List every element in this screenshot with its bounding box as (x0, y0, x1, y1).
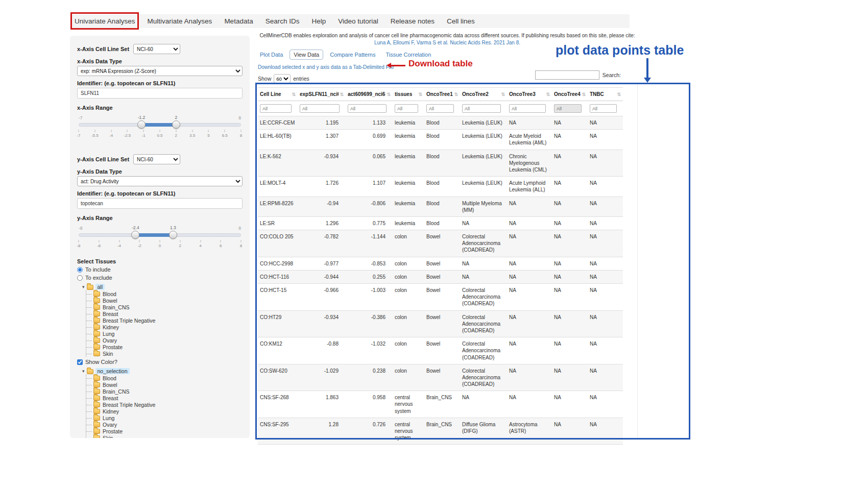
table-row[interactable]: LE:SR1.2960.775leukemiaBloodNANANANA (258, 216, 623, 230)
slider-handle-low[interactable] (137, 120, 146, 129)
sort-icon[interactable]: ⇅ (617, 92, 621, 97)
tissue-include-option[interactable]: To include (77, 266, 243, 273)
table-row[interactable]: CNS:SF-2681.8630.958central nervous syst… (258, 391, 623, 418)
tree-item-prostate[interactable]: Prostate (86, 344, 243, 350)
tree-root[interactable]: ▾no_selection (82, 368, 243, 375)
show-color-checkbox[interactable] (77, 359, 83, 365)
column-header-tnbc[interactable]: TNBC⇅ (588, 88, 623, 101)
sort-icon[interactable]: ⇅ (582, 92, 586, 97)
column-header-tissues[interactable]: tissues⇅ (393, 88, 424, 101)
sort-icon[interactable]: ⇅ (501, 92, 505, 97)
table-row[interactable]: LE:K-562-0.9340.065leukemiaBloodLeukemia… (258, 150, 623, 177)
include-radio[interactable] (77, 267, 83, 273)
nav-item-help[interactable]: Help (311, 17, 326, 25)
x-range-slider[interactable]: -78-1.22-7-5.5-4-2.5-10.523.556.58 (79, 115, 241, 141)
tree-item-brain-cns[interactable]: Brain_CNS (86, 388, 243, 395)
y-identifier-input[interactable] (77, 198, 243, 209)
tree-item-breast[interactable]: Breast (86, 310, 243, 317)
y-range-slider[interactable]: -88-2.41.3-8-6-4-202468 (79, 226, 241, 251)
x-cell-line-set-select[interactable]: NCI-60 (133, 44, 180, 54)
column-filter-input-oncotree3[interactable] (509, 104, 546, 113)
column-filter-input-tnbc[interactable] (590, 104, 617, 113)
table-row[interactable]: CO:HCC-2998-0.977-0.853colonBowelNANANAN… (258, 257, 623, 270)
column-header-oncotree1[interactable]: OncoTree1⇅ (424, 88, 460, 101)
nav-item-univariate-analyses[interactable]: Univariate Analyses (75, 17, 135, 25)
table-row[interactable]: CNS:SF-2951.280.726central nervous syste… (258, 418, 623, 445)
column-filter-input-expslfn11-nci60[interactable] (300, 104, 340, 113)
y-cell-line-set-select[interactable]: NCI-60 (133, 154, 180, 164)
sort-icon[interactable]: ⇅ (387, 92, 391, 97)
sort-icon[interactable]: ⇅ (454, 92, 458, 97)
tree-item-skin[interactable]: Skin (86, 350, 243, 357)
nav-item-cell-lines[interactable]: Cell lines (447, 17, 475, 25)
column-header-act609699-nci60[interactable]: act609699_nci60⇅ (346, 88, 393, 101)
tree-item-bowel[interactable]: Bowel (86, 381, 243, 388)
column-filter-input-tissues[interactable] (395, 104, 418, 113)
table-row[interactable]: LE:HL-60(TB)1.3070.699leukemiaBloodLeuke… (258, 130, 623, 150)
nav-item-search-ids[interactable]: Search IDs (266, 17, 300, 25)
tree-item-kidney[interactable]: Kidney (86, 408, 243, 414)
slider-handle-low[interactable] (131, 231, 139, 239)
tree-item-breast[interactable]: Breast (86, 395, 243, 401)
column-header-oncotree4[interactable]: OncoTree4⇅ (552, 88, 588, 101)
tree-item-blood[interactable]: Blood (86, 290, 243, 297)
column-filter-input-oncotree4[interactable] (554, 104, 582, 113)
tree-root[interactable]: ▾all (82, 283, 243, 290)
sort-icon[interactable]: ⇅ (292, 92, 296, 97)
download-tsv-link[interactable]: Download selected x and y axis data as a… (258, 64, 394, 70)
tissue-exclude-option[interactable]: To exclude (77, 275, 243, 281)
tree-item-lung[interactable]: Lung (86, 414, 243, 421)
tree-item-brain-cns[interactable]: Brain_CNS (86, 304, 243, 310)
sort-icon[interactable]: ⇅ (418, 92, 422, 97)
table-row[interactable]: CO:HCT-116-0.9440.255colonBowelNANANANA (258, 270, 623, 283)
column-filter-input-oncotree2[interactable] (462, 104, 501, 113)
x-identifier-input[interactable] (77, 88, 243, 99)
table-row[interactable]: LE:MOLT-41.7261.107leukemiaBloodLeukemia… (258, 177, 623, 197)
sort-icon[interactable]: ⇅ (546, 92, 550, 97)
nav-item-video-tutorial[interactable]: Video tutorial (338, 17, 378, 25)
nav-item-multivariate-analyses[interactable]: Multivariate Analyses (148, 17, 212, 25)
table-row[interactable]: CO:HT29-0.934-0.386colonBowelColorectal … (258, 310, 623, 337)
exclude-radio[interactable] (77, 275, 83, 281)
tab-plot-data[interactable]: Plot Data (256, 50, 286, 59)
tree-item-ovary[interactable]: Ovary (86, 421, 243, 428)
tree-item-ovary[interactable]: Ovary (86, 337, 243, 344)
nav-item-release-notes[interactable]: Release notes (391, 17, 435, 25)
tree-item-breast-triple-negative[interactable]: Breast Triple Negative (86, 401, 243, 408)
column-filter-input-act609699-nci60[interactable] (348, 104, 387, 113)
collapse-arrow-icon[interactable]: ▾ (82, 284, 85, 289)
column-header-oncotree2[interactable]: OncoTree2⇅ (460, 88, 507, 101)
tab-compare-patterns[interactable]: Compare Patterns (326, 50, 379, 59)
tree-item-blood[interactable]: Blood (86, 375, 243, 381)
table-row[interactable]: LE:CCRF-CEM1.1951.133leukemiaBloodLeukem… (258, 116, 623, 130)
tree-item-prostate[interactable]: Prostate (86, 428, 243, 434)
tree-root-label[interactable]: no_selection (95, 368, 130, 374)
table-row[interactable]: LE:RPMI-8226-0.94-0.806leukemiaBloodMult… (258, 197, 623, 216)
tree-item-kidney[interactable]: Kidney (86, 324, 243, 330)
tab-view-data[interactable]: View Data (290, 50, 323, 60)
entries-select[interactable]: 60 (274, 74, 291, 83)
table-row[interactable]: CO:HCT-15-0.966-1.003colonBowelColorecta… (258, 284, 623, 311)
y-data-type-select[interactable]: act: Drug Activity (77, 176, 243, 186)
tree-item-lung[interactable]: Lung (86, 330, 243, 337)
tree-item-breast-triple-negative[interactable]: Breast Triple Negative (86, 317, 243, 324)
tree-item-bowel[interactable]: Bowel (86, 297, 243, 304)
slider-handle-high[interactable] (169, 231, 177, 239)
slider-handle-high[interactable] (172, 120, 180, 129)
tree-item-skin[interactable]: Skin (86, 434, 243, 438)
table-row[interactable]: CO:KM12-0.88-1.032colonBowelColorectal A… (258, 337, 623, 364)
nav-item-metadata[interactable]: Metadata (224, 17, 253, 25)
tree-root-label[interactable]: all (95, 284, 105, 290)
tab-tissue-correlation[interactable]: Tissue Correlation (382, 50, 435, 59)
column-header-expslfn11-nci60[interactable]: expSLFN11_nci60⇅ (298, 88, 346, 101)
table-row[interactable]: CO:SW-620-1.0290.238colonBowelColorectal… (258, 364, 623, 391)
x-data-type-select[interactable]: exp: mRNA Expression (Z-Score) (77, 66, 243, 76)
table-row[interactable]: CO:COLO 205-0.782-1.144colonBowelColorec… (258, 230, 623, 257)
sort-icon[interactable]: ⇅ (340, 92, 344, 97)
column-header-oncotree3[interactable]: OncoTree3⇅ (507, 88, 552, 101)
column-header-cell-line[interactable]: Cell Line⇅ (258, 88, 298, 101)
show-color-option[interactable]: Show Color? (77, 359, 243, 365)
column-filter-input-cell-line[interactable] (260, 104, 292, 113)
table-search-input[interactable] (535, 70, 599, 80)
column-filter-input-oncotree1[interactable] (426, 104, 454, 113)
